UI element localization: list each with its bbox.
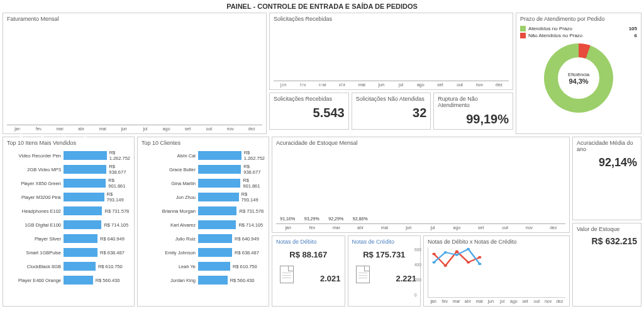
svg-point-8 [467, 248, 470, 251]
panel-top-clientes: Top 10 Clientes Alvin CaiR$ 1.262.752Gra… [137, 137, 269, 307]
donut-chart: Eficiência 94,3% [544, 43, 613, 113]
svg-point-3 [467, 261, 470, 264]
panel-solicitacoes: Solicitações Recebidas 1.566 1.438 1.199… [269, 13, 513, 90]
hbar-row: Jon ZhouR$ 793.149 [142, 190, 265, 204]
panel-debito: Notas de Débito R$ 88.167 2.021 [272, 235, 345, 307]
panel-notas-chart: Notas de Débito x Notas de Crédito 600 4… [423, 235, 570, 307]
document-icon [356, 266, 370, 283]
chart-acuracidade: 91,16% 93,29% 92,29% 92,86% [276, 149, 565, 224]
hbar-row: Video Recorder PenR$ 1.262.752 [7, 149, 130, 162]
donut-center: Eficiência 94,3% [558, 57, 599, 99]
hbar-row: Player X850 GreenR$ 901.861 [7, 176, 130, 190]
hbar-row: Brianna MorganR$ 731.578 [142, 204, 265, 218]
svg-point-6 [444, 251, 447, 254]
kpi-recebidas: Solicitações Recebidas 5.543 [269, 93, 349, 130]
hbar-row: Alvin CaiR$ 1.262.752 [142, 149, 265, 162]
panel-faturamento: Faturamento Mensal R$ 88.087 R$ 76.325 R… [3, 13, 267, 134]
legend-atendidos: Atendidos no Prazo 105 [520, 26, 637, 31]
svg-point-7 [455, 254, 458, 256]
panel-top-itens: Top 10 Itens Mais Vendidos Video Recorde… [3, 137, 135, 307]
hbar-row: Headphones E102R$ 731.578 [7, 204, 130, 218]
axis-months: janfevmarabrmaijunjulagosetoutnovdez [276, 225, 565, 230]
document-icon [280, 266, 294, 283]
hbar-row: Player SilverR$ 640.949 [7, 232, 130, 246]
chart-notas-lines: 600 400 200 0 [428, 247, 565, 298]
hbar-row: Leah YeR$ 610.750 [142, 259, 265, 273]
chart-solicitacoes: 1.566 1.438 1.199 1.340 [274, 25, 509, 81]
hbar-row: Smart 1GBPulseR$ 638.487 [7, 246, 130, 259]
svg-point-4 [478, 256, 481, 259]
hbar-row: Julio RuizR$ 640.949 [142, 232, 265, 246]
panel-acuracidade: Acuracidade de Estoque Mensal 91,16% 93,… [272, 137, 570, 233]
page-title: PAINEL - CONTROLE DE ENTRADA E SAÍDA DE … [0, 0, 644, 13]
hbar-row: 2GB Video MP3R$ 938.677 [7, 162, 130, 176]
kpi-acuracidade-media: Acuracidade Média do ano 92,14% [572, 137, 641, 220]
hbar-row: Player E400 OrangeR$ 560.430 [7, 273, 130, 287]
chart-top-itens: Video Recorder PenR$ 1.262.7522GB Video … [7, 149, 130, 287]
kpi-nao-atendidas: Solicitações Não Atendidas 32 [352, 93, 431, 130]
hbar-row: ClockBlack 8GBR$ 610.750 [7, 259, 130, 273]
panel-solicitacoes-title: Solicitações Recebidas [274, 16, 509, 22]
hbar-row: Grace ButlerR$ 938.677 [142, 162, 265, 176]
panel-credito: Notas de Crédito R$ 175.731 2.221 [348, 235, 421, 307]
svg-point-0 [432, 253, 435, 256]
panel-prazo: Prazo de Atendimento por Pedido Atendido… [516, 13, 641, 134]
svg-point-1 [444, 264, 447, 267]
chart-top-clientes: Alvin CaiR$ 1.262.752Grace ButlerR$ 938.… [142, 149, 265, 287]
kpi-ruptura: Ruptura de Não Atendimento 99,19% [433, 93, 513, 130]
legend-nao-atendidos: Não Atendidos no Prazo 6 [520, 33, 637, 38]
svg-point-5 [432, 261, 435, 264]
svg-point-9 [478, 262, 481, 265]
hbar-row: Emily JohnsonR$ 638.487 [142, 246, 265, 259]
kpi-valor-estoque: Valor de Estoque R$ 632.215 [572, 223, 641, 307]
chart-faturamento: R$ 88.087 R$ 76.325 R$ 82.900 R$ 59.107 [7, 25, 262, 125]
axis-months: janfevmarabrmaijunjulagosetoutnovdez [7, 127, 262, 131]
hbar-row: 1GB Digital E100R$ 714.105 [7, 218, 130, 232]
axis-months: janfevmarabrmaijunjulagosetoutnovdez [274, 82, 509, 87]
svg-point-2 [455, 251, 458, 253]
hbar-row: Karl AlvarezR$ 714.105 [142, 218, 265, 232]
panel-faturamento-title: Faturamento Mensal [7, 16, 262, 22]
axis-months: janfevmarabrmaijunjulagosetoutnovdez [428, 299, 565, 303]
hbar-row: Gina MartinR$ 901.861 [142, 176, 265, 190]
hbar-row: Jordan KingR$ 560.430 [142, 273, 265, 287]
hbar-row: Player M3200 PinkR$ 793.149 [7, 190, 130, 204]
